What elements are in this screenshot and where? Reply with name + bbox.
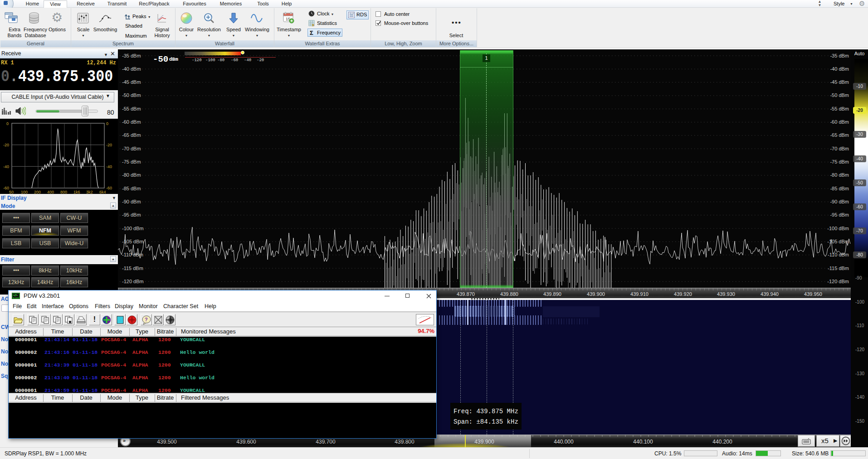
svg-text:100: 100 — [21, 190, 28, 194]
svg-text:400: 400 — [47, 190, 54, 194]
svg-text:50: 50 — [9, 190, 14, 194]
svg-text:-20: -20 — [3, 143, 9, 147]
svg-text:200: 200 — [34, 190, 41, 194]
svg-text:-40: -40 — [3, 164, 9, 169]
svg-text:?: ? — [145, 317, 148, 322]
svg-text:800: 800 — [60, 190, 67, 194]
svg-text:0: 0 — [106, 121, 108, 126]
svg-text:3k2: 3k2 — [86, 190, 93, 194]
svg-text:-20: -20 — [106, 143, 112, 147]
svg-text:-40: -40 — [106, 164, 112, 169]
svg-text:6k4: 6k4 — [99, 190, 106, 194]
svg-text:-60: -60 — [106, 186, 112, 190]
svg-text:-60: -60 — [3, 186, 9, 190]
svg-text:9: 9 — [312, 23, 314, 27]
svg-text:1k6: 1k6 — [73, 190, 80, 194]
svg-text:0: 0 — [6, 121, 9, 126]
